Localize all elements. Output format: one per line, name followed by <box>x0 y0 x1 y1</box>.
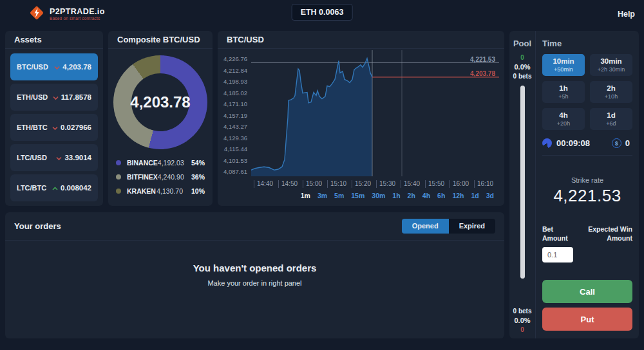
coin-icon: $ <box>612 138 621 148</box>
time-option-1h[interactable]: 1h+5h <box>542 81 585 103</box>
chart-title: BTC/USD <box>218 31 504 49</box>
topbar: P2PTRADE.io Based on smart contracts ETH… <box>0 0 644 28</box>
time-option-sub: +50min <box>554 66 573 73</box>
timeframe-4h[interactable]: 4h <box>422 192 430 199</box>
expected-win-label: Expected Win Amount <box>576 225 632 243</box>
chevron-down-icon <box>54 61 60 73</box>
brand-logo[interactable]: P2PTRADE.io Based on smart contracts <box>28 5 105 24</box>
time-option-10min[interactable]: 10min+50min <box>542 54 585 76</box>
x-tick-label: 15:20 <box>352 180 371 188</box>
time-option-2h[interactable]: 2h+10h <box>590 81 632 103</box>
put-button[interactable]: Put <box>542 308 632 331</box>
exchange-share: 36% <box>189 173 205 181</box>
time-option-label: 1h <box>559 84 567 93</box>
pool-bottom-bets: 0 bets <box>509 308 535 315</box>
x-tick-label: 16:10 <box>474 180 493 188</box>
timeframe-3m[interactable]: 3m <box>317 192 327 199</box>
time-option-sub: +20h <box>557 120 570 127</box>
y-tick-label: 4,087.61 <box>223 168 247 175</box>
brand-name: P2PTRADE.io <box>50 8 105 16</box>
exchange-name: BINANCE <box>127 159 158 167</box>
asset-value: 4,203.78 <box>62 63 91 71</box>
price-chart-panel: BTC/USD 4,226.764,212.844,198.934,185.02… <box>218 31 504 206</box>
asset-item-btc-usd[interactable]: BTC/USD4,203.78 <box>10 53 98 80</box>
pool-top-bets: 0 bets <box>509 73 535 80</box>
clock-icon <box>542 138 552 148</box>
asset-item-ltc-btc[interactable]: LTC/BTC0.008042 <box>10 174 98 201</box>
tab-opened[interactable]: Opened <box>402 219 449 234</box>
time-option-label: 4h <box>559 111 567 120</box>
chevron-down-icon <box>53 91 59 103</box>
pool-slider-track <box>520 86 525 279</box>
timeframe-2h[interactable]: 2h <box>408 192 415 199</box>
expiry-time-grid: 10min+50min30min+2h 30min1h+5h2h+10h4h+2… <box>542 54 632 130</box>
composite-title: Composite BTC/USD <box>108 31 213 49</box>
timeframe-1h[interactable]: 1h <box>392 192 400 199</box>
timeframe-1m[interactable]: 1m <box>301 192 310 199</box>
timeframe-selector: 1m3m5m15m30m1h2h4h6h12h1d3d <box>301 192 494 199</box>
timeframe-1d[interactable]: 1d <box>471 192 478 199</box>
y-tick-label: 4,143.27 <box>223 123 247 130</box>
pool-bottom-value: 0 <box>509 326 535 333</box>
help-link[interactable]: Help <box>618 10 635 19</box>
x-tick-label: 14:40 <box>254 180 273 188</box>
asset-item-ltc-usd[interactable]: LTC/USD33.9014 <box>10 144 98 171</box>
orders-panel: Your orders Opened Expired You haven't o… <box>5 212 504 338</box>
x-tick-label: 16:00 <box>450 180 469 188</box>
tab-expired[interactable]: Expired <box>449 219 495 234</box>
app-root: P2PTRADE.io Based on smart contracts ETH… <box>0 0 644 350</box>
orders-empty-subtitle: Make your order in right panel <box>207 279 301 287</box>
exchange-name: BITFINEX <box>127 173 158 181</box>
asset-pair-label: BTC/USD <box>17 63 48 71</box>
asset-pair-label: LTC/USD <box>17 154 47 161</box>
asset-item-eth-btc[interactable]: ETH/BTC0.027966 <box>10 114 98 141</box>
logo-diamond-icon <box>28 5 45 24</box>
bet-amount-input[interactable] <box>542 247 573 262</box>
bet-amount-label: Bet Amount <box>542 225 576 243</box>
call-button[interactable]: Call <box>542 280 632 303</box>
orders-title: Your orders <box>14 221 61 231</box>
trade-panel: Pool 0 0.0% 0 bets 0 bets 0.0% 0 Time 10… <box>509 31 639 338</box>
legend-row-binance: BINANCE4,192.0354% <box>116 156 205 170</box>
pool-bottom-pct: 0.0% <box>509 317 535 324</box>
pool-column: Pool 0 0.0% 0 bets 0 bets 0.0% 0 <box>509 31 536 338</box>
orders-header: Your orders Opened Expired <box>5 212 504 241</box>
asset-value: 117.8578 <box>61 93 91 101</box>
timeframe-12h[interactable]: 12h <box>452 192 464 199</box>
assets-title: Assets <box>5 31 103 49</box>
legend-dot-icon <box>116 189 121 194</box>
eth-balance-badge[interactable]: ETH 0.0063 <box>292 4 353 21</box>
x-tick-label: 14:50 <box>278 180 298 188</box>
x-tick-label: 15:30 <box>376 180 395 188</box>
x-tick-label: 15:10 <box>327 180 346 188</box>
orders-tabs: Opened Expired <box>402 219 495 234</box>
orders-empty-title: You haven't opened orders <box>193 262 317 273</box>
time-option-sub: +2h 30min <box>598 66 625 73</box>
asset-item-eth-usd[interactable]: ETH/USD117.8578 <box>10 84 98 111</box>
chart-x-axis: 14:4014:5015:0015:1015:2015:3015:4015:50… <box>251 180 499 189</box>
time-option-30min[interactable]: 30min+2h 30min <box>590 54 632 76</box>
time-option-sub: +10h <box>605 93 618 100</box>
timeframe-30m[interactable]: 30m <box>372 192 385 199</box>
legend-row-kraken: KRAKEN4,130.7010% <box>116 184 205 198</box>
countdown-timer: 00:09:08 <box>556 138 590 148</box>
exchange-legend: BINANCE4,192.0354%BITFINEX4,240.9036%KRA… <box>108 156 213 198</box>
timeframe-5m[interactable]: 5m <box>334 192 344 199</box>
y-tick-label: 4,115.44 <box>224 145 247 152</box>
time-option-4h[interactable]: 4h+20h <box>542 108 585 130</box>
chevron-down-icon <box>56 152 62 163</box>
asset-pair-label: ETH/USD <box>17 93 48 101</box>
time-title: Time <box>542 39 632 48</box>
time-option-sub: +6d <box>606 120 616 127</box>
timeframe-6h[interactable]: 6h <box>437 192 445 199</box>
timeframe-15m[interactable]: 15m <box>351 192 365 199</box>
legend-row-bitfinex: BITFINEX4,240.9036% <box>116 170 205 184</box>
composite-donut-chart: 4,203.78 <box>113 55 207 149</box>
timeframe-3d[interactable]: 3d <box>486 192 494 199</box>
time-option-1d[interactable]: 1d+6d <box>590 108 632 130</box>
legend-dot-icon <box>116 160 121 165</box>
y-tick-label: 4,198.93 <box>223 78 247 85</box>
y-tick-label: 4,212.84 <box>223 67 247 74</box>
pool-top-pct: 0.0% <box>509 63 535 71</box>
assets-panel: Assets BTC/USD4,203.78ETH/USD117.8578ETH… <box>5 31 103 206</box>
